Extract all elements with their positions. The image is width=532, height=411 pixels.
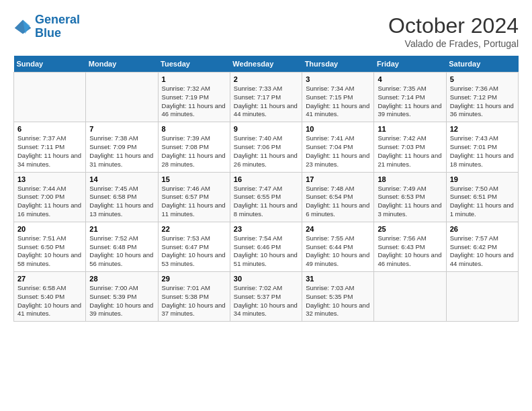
day-number: 19 <box>450 175 515 183</box>
day-number: 14 <box>89 175 154 183</box>
day-number: 29 <box>162 275 226 283</box>
calendar-cell: 14Sunrise: 7:45 AM Sunset: 6:58 PM Dayli… <box>86 172 158 222</box>
weekday-header: Sunday <box>14 56 86 73</box>
day-number: 12 <box>450 125 515 133</box>
day-number: 31 <box>306 275 370 283</box>
day-info: Sunrise: 7:45 AM Sunset: 6:58 PM Dayligh… <box>89 185 154 219</box>
calendar-cell: 13Sunrise: 7:44 AM Sunset: 7:00 PM Dayli… <box>14 172 86 222</box>
weekday-header: Wednesday <box>230 56 302 73</box>
day-info: Sunrise: 7:41 AM Sunset: 7:04 PM Dayligh… <box>306 134 370 169</box>
day-number: 11 <box>378 125 442 133</box>
day-info: Sunrise: 7:57 AM Sunset: 6:42 PM Dayligh… <box>450 234 515 269</box>
calendar-cell: 21Sunrise: 7:52 AM Sunset: 6:48 PM Dayli… <box>86 222 158 271</box>
day-number: 18 <box>378 175 442 183</box>
calendar-cell: 9Sunrise: 7:40 AM Sunset: 7:06 PM Daylig… <box>230 122 302 172</box>
day-number: 26 <box>450 225 515 233</box>
day-number: 4 <box>378 75 442 83</box>
calendar-week-row: 13Sunrise: 7:44 AM Sunset: 7:00 PM Dayli… <box>14 172 519 222</box>
day-info: Sunrise: 7:00 AM Sunset: 5:39 PM Dayligh… <box>89 284 154 318</box>
day-info: Sunrise: 6:58 AM Sunset: 5:40 PM Dayligh… <box>17 284 82 318</box>
calendar-week-row: 27Sunrise: 6:58 AM Sunset: 5:40 PM Dayli… <box>14 272 519 322</box>
day-number: 3 <box>306 75 370 83</box>
day-info: Sunrise: 7:52 AM Sunset: 6:48 PM Dayligh… <box>89 234 154 269</box>
calendar-cell: 11Sunrise: 7:42 AM Sunset: 7:03 PM Dayli… <box>374 122 446 172</box>
calendar-cell: 26Sunrise: 7:57 AM Sunset: 6:42 PM Dayli… <box>446 222 518 271</box>
calendar-cell: 18Sunrise: 7:49 AM Sunset: 6:53 PM Dayli… <box>374 172 446 222</box>
day-number: 5 <box>450 75 515 83</box>
calendar-cell <box>14 73 86 122</box>
day-number: 13 <box>17 175 82 183</box>
day-info: Sunrise: 7:35 AM Sunset: 7:14 PM Dayligh… <box>378 85 442 119</box>
calendar-cell: 29Sunrise: 7:01 AM Sunset: 5:38 PM Dayli… <box>158 272 230 322</box>
calendar-cell: 5Sunrise: 7:36 AM Sunset: 7:12 PM Daylig… <box>446 73 518 122</box>
calendar-cell: 30Sunrise: 7:02 AM Sunset: 5:37 PM Dayli… <box>230 272 302 322</box>
calendar-cell: 22Sunrise: 7:53 AM Sunset: 6:47 PM Dayli… <box>158 222 230 271</box>
day-info: Sunrise: 7:38 AM Sunset: 7:09 PM Dayligh… <box>89 134 154 169</box>
day-info: Sunrise: 7:47 AM Sunset: 6:55 PM Dayligh… <box>234 185 298 219</box>
day-number: 1 <box>162 75 226 83</box>
calendar-cell: 6Sunrise: 7:37 AM Sunset: 7:11 PM Daylig… <box>14 122 86 172</box>
calendar-cell: 2Sunrise: 7:33 AM Sunset: 7:17 PM Daylig… <box>230 73 302 122</box>
logo: General Blue <box>13 13 80 40</box>
calendar-cell: 10Sunrise: 7:41 AM Sunset: 7:04 PM Dayli… <box>302 122 374 172</box>
day-number: 25 <box>378 225 442 233</box>
calendar-cell: 28Sunrise: 7:00 AM Sunset: 5:39 PM Dayli… <box>86 272 158 322</box>
day-number: 8 <box>162 125 226 133</box>
day-number: 20 <box>17 225 82 233</box>
calendar-cell: 19Sunrise: 7:50 AM Sunset: 6:51 PM Dayli… <box>446 172 518 222</box>
calendar-week-row: 1Sunrise: 7:32 AM Sunset: 7:19 PM Daylig… <box>14 73 519 122</box>
logo-icon <box>13 17 32 36</box>
calendar-cell: 25Sunrise: 7:56 AM Sunset: 6:43 PM Dayli… <box>374 222 446 271</box>
day-info: Sunrise: 7:39 AM Sunset: 7:08 PM Dayligh… <box>162 134 226 169</box>
weekday-header: Thursday <box>302 56 374 73</box>
day-number: 21 <box>89 225 154 233</box>
day-number: 10 <box>306 125 370 133</box>
day-info: Sunrise: 7:32 AM Sunset: 7:19 PM Dayligh… <box>162 85 226 119</box>
day-info: Sunrise: 7:56 AM Sunset: 6:43 PM Dayligh… <box>378 234 442 269</box>
weekday-header: Friday <box>374 56 446 73</box>
calendar-cell: 24Sunrise: 7:55 AM Sunset: 6:44 PM Dayli… <box>302 222 374 271</box>
calendar-cell: 7Sunrise: 7:38 AM Sunset: 7:09 PM Daylig… <box>86 122 158 172</box>
calendar-cell: 3Sunrise: 7:34 AM Sunset: 7:15 PM Daylig… <box>302 73 374 122</box>
weekday-header: Monday <box>86 56 158 73</box>
day-number: 9 <box>234 125 298 133</box>
day-info: Sunrise: 7:44 AM Sunset: 7:00 PM Dayligh… <box>17 185 82 219</box>
logo-text: General Blue <box>35 13 80 40</box>
calendar-cell: 31Sunrise: 7:03 AM Sunset: 5:35 PM Dayli… <box>302 272 374 322</box>
day-info: Sunrise: 7:50 AM Sunset: 6:51 PM Dayligh… <box>450 185 515 219</box>
day-number: 28 <box>89 275 154 283</box>
weekday-header: Tuesday <box>158 56 230 73</box>
calendar-cell: 23Sunrise: 7:54 AM Sunset: 6:46 PM Dayli… <box>230 222 302 271</box>
day-info: Sunrise: 7:03 AM Sunset: 5:35 PM Dayligh… <box>306 284 370 318</box>
day-info: Sunrise: 7:34 AM Sunset: 7:15 PM Dayligh… <box>306 85 370 119</box>
title-block: October 2024 Valado de Frades, Portugal <box>388 13 519 49</box>
day-number: 23 <box>234 225 298 233</box>
location-subtitle: Valado de Frades, Portugal <box>388 38 519 49</box>
day-info: Sunrise: 7:40 AM Sunset: 7:06 PM Dayligh… <box>234 134 298 169</box>
calendar-cell <box>446 272 518 322</box>
calendar-cell: 16Sunrise: 7:47 AM Sunset: 6:55 PM Dayli… <box>230 172 302 222</box>
calendar-cell: 20Sunrise: 7:51 AM Sunset: 6:50 PM Dayli… <box>14 222 86 271</box>
day-info: Sunrise: 7:49 AM Sunset: 6:53 PM Dayligh… <box>378 185 442 219</box>
day-info: Sunrise: 7:33 AM Sunset: 7:17 PM Dayligh… <box>234 85 298 119</box>
weekday-header: Saturday <box>446 56 518 73</box>
day-info: Sunrise: 7:55 AM Sunset: 6:44 PM Dayligh… <box>306 234 370 269</box>
calendar-cell: 1Sunrise: 7:32 AM Sunset: 7:19 PM Daylig… <box>158 73 230 122</box>
calendar-table: SundayMondayTuesdayWednesdayThursdayFrid… <box>13 56 519 322</box>
day-info: Sunrise: 7:54 AM Sunset: 6:46 PM Dayligh… <box>234 234 298 269</box>
logo-line2: Blue <box>35 26 61 40</box>
day-number: 7 <box>89 125 154 133</box>
day-info: Sunrise: 7:36 AM Sunset: 7:12 PM Dayligh… <box>450 85 515 119</box>
calendar-cell: 27Sunrise: 6:58 AM Sunset: 5:40 PM Dayli… <box>14 272 86 322</box>
day-number: 16 <box>234 175 298 183</box>
weekday-header-row: SundayMondayTuesdayWednesdayThursdayFrid… <box>14 56 519 73</box>
day-info: Sunrise: 7:46 AM Sunset: 6:57 PM Dayligh… <box>162 185 226 219</box>
day-number: 2 <box>234 75 298 83</box>
calendar-cell <box>374 272 446 322</box>
day-number: 22 <box>162 225 226 233</box>
day-number: 17 <box>306 175 370 183</box>
calendar-cell: 4Sunrise: 7:35 AM Sunset: 7:14 PM Daylig… <box>374 73 446 122</box>
day-info: Sunrise: 7:53 AM Sunset: 6:47 PM Dayligh… <box>162 234 226 269</box>
calendar-cell: 17Sunrise: 7:48 AM Sunset: 6:54 PM Dayli… <box>302 172 374 222</box>
logo-line1: General <box>35 13 80 26</box>
